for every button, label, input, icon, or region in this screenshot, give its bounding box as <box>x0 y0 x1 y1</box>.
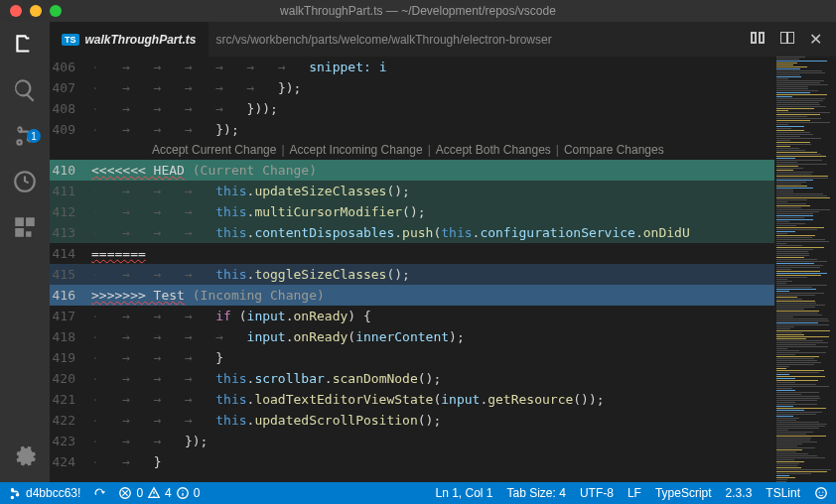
line-number: 413 <box>50 222 91 243</box>
line-number: 411 <box>50 181 91 201</box>
encoding-status[interactable]: UTF-8 <box>580 486 614 500</box>
feedback-icon[interactable] <box>814 486 828 500</box>
merge-codelens: Accept Current Change| Accept Incoming C… <box>50 140 774 160</box>
minimap[interactable]: // tiny noise for minimap look <box>774 57 836 482</box>
line-number: 424 <box>50 451 91 472</box>
svg-point-2 <box>816 488 827 499</box>
line-number: 412 <box>50 201 91 222</box>
line-number: 420 <box>50 368 91 389</box>
language-status[interactable]: TypeScript <box>655 486 712 500</box>
git-branch-status[interactable]: d4bbcc63! <box>8 486 80 500</box>
line-number: 418 <box>50 326 91 347</box>
split-editor-icon[interactable] <box>779 30 795 46</box>
breadcrumb[interactable]: src/vs/workbench/parts/welcome/walkThrou… <box>209 33 750 47</box>
sync-status[interactable] <box>92 486 106 500</box>
accept-current-link[interactable]: Accept Current Change <box>152 140 276 161</box>
line-number: 417 <box>50 306 91 326</box>
line-number: 423 <box>50 431 91 451</box>
compare-changes-icon[interactable] <box>750 30 766 46</box>
line-number: 415 <box>50 264 91 285</box>
titlebar: walkThroughPart.ts — ~/Development/repos… <box>0 0 836 22</box>
search-icon[interactable] <box>12 77 38 103</box>
line-number: 409 <box>50 119 91 140</box>
settings-gear-icon[interactable] <box>12 444 38 470</box>
line-number: 419 <box>50 347 91 368</box>
editor-tabs: TS walkThroughPart.ts src/vs/workbench/p… <box>50 22 836 57</box>
accept-incoming-link[interactable]: Accept Incoming Change <box>290 140 423 161</box>
line-number: 407 <box>50 77 91 98</box>
line-number: 422 <box>50 410 91 431</box>
svg-point-3 <box>819 491 820 492</box>
indentation-status[interactable]: Tab Size: 4 <box>507 486 566 500</box>
editor-tab-active[interactable]: TS walkThroughPart.ts <box>50 22 209 57</box>
line-number: 416 <box>50 285 91 306</box>
problems-status[interactable]: 0 4 0 <box>118 486 200 500</box>
compare-changes-link[interactable]: Compare Changes <box>564 140 664 161</box>
extensions-icon[interactable] <box>12 214 38 240</box>
line-number: 406 <box>50 57 91 77</box>
line-number: 414 <box>50 243 91 264</box>
eol-status[interactable]: LF <box>627 486 641 500</box>
activity-bar: 1 <box>0 22 50 482</box>
line-number: 421 <box>50 389 91 410</box>
svg-point-4 <box>822 491 823 492</box>
scm-badge: 1 <box>27 129 41 143</box>
debug-icon[interactable] <box>12 169 38 194</box>
ts-version-status[interactable]: 2.3.3 <box>726 486 753 500</box>
cursor-position[interactable]: Ln 1, Col 1 <box>435 486 492 500</box>
close-icon[interactable]: ✕ <box>809 30 822 49</box>
editor-area: TS walkThroughPart.ts src/vs/workbench/p… <box>50 22 836 482</box>
tab-filename: walkThroughPart.ts <box>85 33 197 47</box>
line-number: 410 <box>50 160 91 181</box>
explorer-icon[interactable] <box>12 32 38 58</box>
language-badge: TS <box>62 34 79 46</box>
accept-both-link[interactable]: Accept Both Changes <box>436 140 551 161</box>
tslint-status[interactable]: TSLint <box>766 486 800 500</box>
status-bar: d4bbcc63! 0 4 0 Ln 1, Col 1 Tab Size: 4 … <box>0 482 836 504</box>
line-number: 408 <box>50 98 91 119</box>
window-title: walkThroughPart.ts — ~/Development/repos… <box>0 4 836 18</box>
code-editor[interactable]: 406· → → → → → → snippet: i 407· → → → →… <box>50 57 774 482</box>
